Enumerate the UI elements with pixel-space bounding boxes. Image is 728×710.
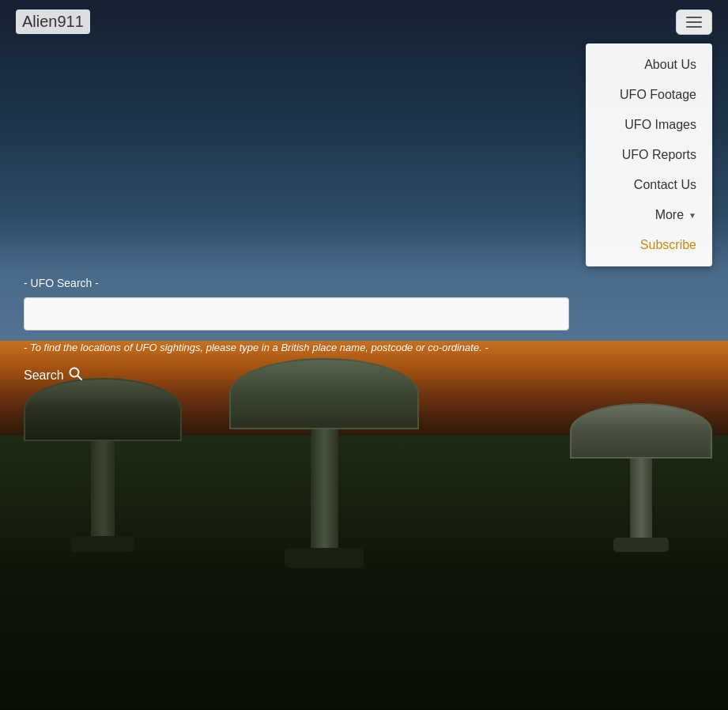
dish-right (570, 403, 712, 552)
brand-logo[interactable]: Alien911 (16, 9, 90, 34)
dish-right-bowl (570, 403, 712, 459)
search-hint: - To find the locations of UFO sightings… (24, 340, 569, 356)
hamburger-line-3 (686, 26, 702, 28)
nav-item-ufo-reports[interactable]: UFO Reports (586, 140, 712, 170)
search-input-wrapper (24, 297, 569, 330)
dish-right-stem (630, 459, 652, 538)
nav-menu: About Us UFO Footage UFO Images UFO Repo… (586, 43, 712, 266)
dish-center-stem (311, 429, 338, 548)
hamburger-line-2 (686, 21, 702, 23)
dish-left-stem (91, 441, 115, 536)
more-label: More (655, 208, 684, 222)
dish-left-base (71, 536, 134, 552)
hamburger-line-1 (686, 17, 702, 18)
nav-item-about-us[interactable]: About Us (586, 50, 712, 80)
nav-item-ufo-images[interactable]: UFO Images (586, 110, 712, 140)
search-icon (69, 367, 83, 384)
search-button-label: Search (24, 368, 64, 383)
dish-right-base (613, 538, 669, 552)
search-button[interactable]: Search (24, 367, 83, 384)
dish-left (24, 378, 182, 552)
navbar-toggle-button[interactable] (676, 9, 712, 35)
nav-item-contact-us[interactable]: Contact Us (586, 170, 712, 200)
navbar: Alien911 About Us UFO Footage UFO Images… (0, 0, 728, 44)
nav-item-ufo-footage[interactable]: UFO Footage (586, 80, 712, 110)
search-section-label: - UFO Search - (24, 277, 569, 289)
nav-item-more[interactable]: More ▼ (586, 200, 712, 230)
dish-center-base (285, 548, 364, 568)
nav-item-subscribe[interactable]: Subscribe (586, 230, 712, 260)
chevron-down-icon: ▼ (688, 211, 696, 220)
search-section: - UFO Search - - To find the locations o… (16, 269, 577, 392)
svg-line-1 (77, 376, 81, 380)
search-input[interactable] (24, 297, 569, 330)
